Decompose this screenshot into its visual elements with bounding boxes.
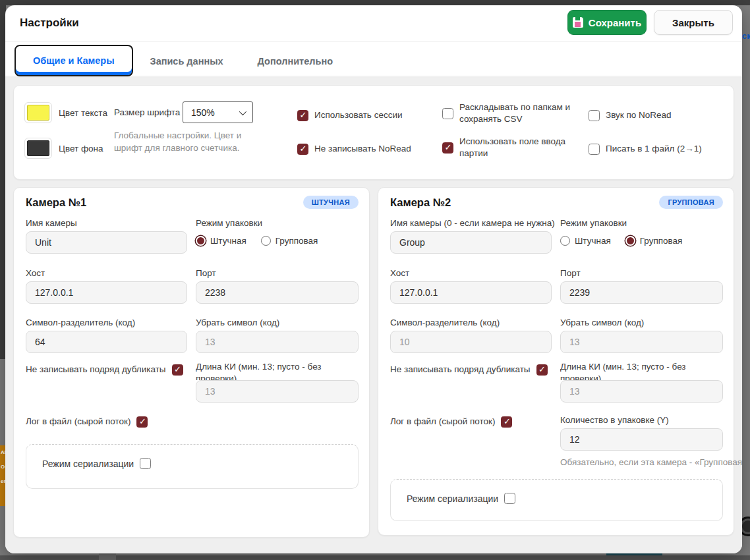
- camera-1-group-radio[interactable]: [261, 236, 271, 246]
- camera-2-ki-length-input[interactable]: [560, 380, 723, 403]
- camera-2-log-label: Лог в файл (сырой поток): [390, 416, 495, 428]
- camera-2-name-label: Имя камеры (0 - если камера не нужна): [390, 218, 555, 228]
- no-noread-checkbox[interactable]: [297, 144, 308, 155]
- checkbox-row-folders-csv: Раскладывать по папкам и сохранять CSV: [442, 101, 579, 125]
- camera-2-strip-char-input[interactable]: [560, 331, 723, 353]
- camera-1-title: Камера №1: [26, 196, 86, 209]
- one-file-checkbox[interactable]: [589, 144, 600, 155]
- settings-dialog: Настройки Сохранить Закрыть Общие и Каме…: [5, 5, 742, 553]
- text-color-picker[interactable]: [24, 102, 52, 123]
- text-color-label: Цвет текста: [59, 108, 107, 118]
- camera-2-port-label: Порт: [560, 268, 581, 278]
- camera-2-serialization-checkbox[interactable]: [504, 493, 515, 504]
- camera-1-host-label: Хост: [26, 268, 45, 278]
- camera-2-unit-radio-label: Штучная: [575, 236, 611, 246]
- text-color-swatch: [27, 105, 49, 121]
- camera-1-ki-length-input[interactable]: [196, 380, 359, 403]
- camera-2-title: Камера №2: [390, 196, 451, 209]
- camera-1-strip-char-label: Убрать символ (код): [196, 318, 279, 327]
- bg-color-picker[interactable]: [24, 138, 52, 159]
- backdrop-top-strip: [0, 0, 750, 5]
- camera-1-log-checkbox[interactable]: [136, 416, 148, 428]
- camera-1-no-duplicates-checkbox[interactable]: [172, 364, 183, 376]
- camera-1-separator-label: Символ-разделитель (код): [26, 318, 135, 327]
- camera-1-serialization-label: Режим сериализации: [42, 459, 134, 469]
- camera-2-serialization-label: Режим сериализации: [407, 493, 498, 504]
- tab-data-recording[interactable]: Запись данных: [133, 47, 241, 76]
- font-size-value: 150%: [191, 107, 215, 118]
- close-button-label: Закрыть: [672, 17, 714, 28]
- camera-1-no-duplicates-label: Не записывать подряд дубликаты: [26, 364, 166, 376]
- dialog-title: Настройки: [20, 16, 79, 30]
- bg-color-label: Цвет фона: [59, 144, 103, 154]
- camera-2-separator-input[interactable]: [390, 331, 552, 353]
- camera-2-host-label: Хост: [390, 268, 409, 278]
- camera-2-port-input[interactable]: [560, 281, 723, 304]
- camera-1-card: Камера №1 ШТУЧНАЯ Имя камеры Режим упако…: [13, 187, 370, 538]
- camera-2-name-input[interactable]: [390, 231, 552, 254]
- camera-1-separator-input[interactable]: [26, 331, 187, 353]
- batch-input-checkbox[interactable]: [442, 142, 453, 154]
- camera-1-ki-length-label: Длина КИ (мин. 13; пусто - без проверки): [196, 361, 359, 380]
- font-size-select[interactable]: 150%: [183, 101, 253, 123]
- use-sessions-checkbox[interactable]: [297, 110, 308, 121]
- camera-1-port-input[interactable]: [196, 281, 359, 304]
- camera-1-pack-mode-label: Режим упаковки: [196, 218, 262, 228]
- camera-2-qty-helper: Обязательно, если эта камера - «Группова…: [560, 456, 742, 468]
- sound-noread-checkbox[interactable]: [589, 110, 600, 121]
- camera-2-mode-group-option[interactable]: Групповая: [625, 236, 683, 246]
- tab-bar: Общие и Камеры Запись данных Дополнитель…: [5, 42, 742, 76]
- batch-input-label: Использовать поле ввода партии: [459, 136, 579, 159]
- tab-general-cameras[interactable]: Общие и Камеры: [14, 45, 133, 76]
- checkbox-row-noread: Не записывать NoRead: [297, 143, 411, 155]
- checkbox-row-sound-noread: Звук по NoRead: [589, 109, 672, 121]
- font-size-label: Размер шрифта: [114, 107, 180, 117]
- camera-2-unit-radio[interactable]: [560, 236, 570, 246]
- camera-2-separator-label: Символ-разделитель (код): [390, 318, 500, 327]
- backdrop-text-fragment: ск: [742, 32, 750, 41]
- save-button[interactable]: Сохранить: [567, 10, 647, 35]
- no-noread-label: Не записывать NoRead: [314, 143, 411, 155]
- camera-2-pack-mode-label: Режим упаковки: [560, 218, 627, 228]
- camera-2-mode-unit-option[interactable]: Штучная: [560, 236, 611, 246]
- camera-1-host-input[interactable]: [26, 281, 187, 304]
- tab-additional[interactable]: Дополнительно: [241, 47, 350, 76]
- camera-1-log-label: Лог в файл (сырой поток): [26, 416, 130, 428]
- save-button-label: Сохранить: [589, 17, 641, 28]
- camera-2-qty-label: Количество в упаковке (Y): [560, 415, 669, 425]
- camera-2-log-row: Лог в файл (сырой поток): [390, 416, 512, 428]
- camera-2-host-input[interactable]: [390, 281, 552, 304]
- camera-2-ki-length-label: Длина КИ (мин. 13; пусто - без проверки): [560, 361, 723, 380]
- camera-1-unit-radio[interactable]: [196, 236, 206, 246]
- dialog-content: Цвет текста Цвет фона Размер шрифта 150%…: [5, 77, 742, 553]
- folders-csv-checkbox[interactable]: [442, 108, 453, 119]
- camera-1-no-duplicates-row: Не записывать подряд дубликаты: [26, 364, 183, 376]
- camera-1-mode-group-option[interactable]: Групповая: [261, 236, 318, 246]
- checkbox-row-batch-input: Использовать поле ввода партии: [442, 136, 579, 159]
- camera-1-mode-badge: ШТУЧНАЯ: [303, 196, 359, 209]
- dialog-header: Настройки Сохранить Закрыть: [5, 5, 742, 42]
- close-button[interactable]: Закрыть: [654, 10, 733, 35]
- camera-2-group-radio-label: Групповая: [640, 236, 683, 246]
- one-file-label: Писать в 1 файл (2→1): [606, 143, 702, 155]
- floppy-disk-icon: [573, 17, 583, 28]
- camera-1-serialization-checkbox[interactable]: [140, 458, 151, 469]
- camera-2-group-radio[interactable]: [625, 236, 635, 246]
- use-sessions-label: Использовать сессии: [314, 109, 402, 121]
- sound-noread-label: Звук по NoRead: [606, 109, 672, 121]
- camera-2-no-duplicates-row: Не записывать подряд дубликаты: [390, 364, 548, 376]
- camera-1-strip-char-input[interactable]: [196, 331, 359, 353]
- global-settings-card: Цвет текста Цвет фона Размер шрифта 150%…: [13, 85, 734, 180]
- camera-1-name-input[interactable]: [26, 231, 187, 254]
- camera-2-log-checkbox[interactable]: [501, 416, 512, 428]
- global-helper-text: Глобальные настройки. Цвет и шрифт для г…: [114, 129, 260, 154]
- camera-2-card: Камера №2 ГРУППОВАЯ Имя камеры (0 - если…: [378, 187, 734, 536]
- camera-2-no-duplicates-checkbox[interactable]: [536, 364, 548, 376]
- camera-2-qty-input[interactable]: [560, 428, 723, 451]
- camera-2-no-duplicates-label: Не записывать подряд дубликаты: [390, 364, 531, 376]
- chevron-down-icon: [239, 107, 246, 115]
- camera-1-mode-unit-option[interactable]: Штучная: [196, 236, 246, 246]
- folders-csv-label: Раскладывать по папкам и сохранять CSV: [459, 101, 579, 125]
- camera-1-port-label: Порт: [196, 268, 216, 278]
- camera-1-log-row: Лог в файл (сырой поток): [26, 416, 148, 428]
